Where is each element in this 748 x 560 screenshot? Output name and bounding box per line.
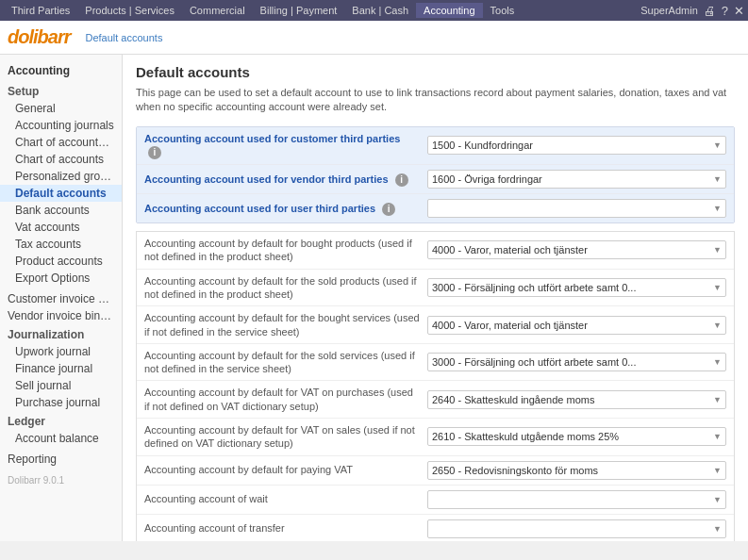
value-bought-products: 4000 - Varor, material och tjänster ▼ — [427, 240, 726, 259]
label-customer-third-parties: Accounting account used for customer thi… — [144, 132, 427, 159]
sidebar-item-accounting-journals[interactable]: Accounting journals — [0, 117, 122, 134]
select-bought-services-text: 4000 - Varor, material och tjänster — [432, 320, 588, 331]
select-user-account[interactable]: ▼ — [427, 199, 726, 218]
value-sold-services: 3000 - Försäljning och utfört arbete sam… — [427, 353, 726, 371]
help-icon[interactable]: ? — [722, 4, 728, 18]
sidebar-item-tax-accounts[interactable]: Tax accounts — [0, 236, 122, 253]
chevron-down-icon: ▼ — [713, 245, 722, 255]
nav-third-parties[interactable]: Third Parties — [4, 3, 77, 18]
form-row-sold-products: Accounting account by default for the so… — [137, 270, 734, 307]
form-row-user: Accounting account used for user third p… — [137, 194, 734, 222]
sidebar-item-chart-accounts[interactable]: Chart of accounts — [0, 151, 122, 168]
chevron-down-icon: ▼ — [713, 321, 722, 330]
sidebar-group-ledger: Ledger — [0, 413, 122, 430]
label-vendor-third-parties: Accounting account used for vendor third… — [144, 173, 427, 187]
value-transfer: ▼ — [427, 519, 726, 538]
main-content: Default accounts This page can be used t… — [123, 55, 748, 541]
breadcrumb-parent[interactable]: Default accounts — [85, 32, 162, 43]
top-navigation: Third Parties Products | Services Commer… — [0, 0, 748, 21]
value-sold-products: 3000 - Försäljning och utfört arbete sam… — [427, 278, 726, 297]
chevron-down-icon: ▼ — [713, 357, 722, 367]
label-vat-sales: Accounting account by default for VAT on… — [144, 423, 427, 451]
sidebar-group-journalization: Journalization — [0, 326, 122, 343]
form-row-bought-products: Accounting account by default for bought… — [137, 232, 734, 270]
label-bought-products: Accounting account by default for bought… — [144, 237, 427, 264]
chevron-down-icon: ▼ — [713, 204, 722, 213]
info-icon-vendor[interactable]: i — [395, 173, 408, 187]
select-customer-account[interactable]: 1500 - Kundfordringar ▼ — [427, 136, 726, 155]
nav-tools[interactable]: Tools — [483, 3, 523, 18]
sidebar-item-purchase-journal[interactable]: Purchase journal — [0, 394, 122, 411]
sidebar-item-upwork-journal[interactable]: Upwork journal — [0, 343, 122, 360]
print-icon[interactable]: 🖨 — [704, 4, 716, 18]
select-sold-products-text: 3000 - Försäljning och utfört arbete sam… — [432, 282, 636, 293]
select-vat-sales[interactable]: 2610 - Skatteskuld utgående moms 25% ▼ — [427, 427, 726, 446]
nav-products-services[interactable]: Products | Services — [77, 3, 182, 18]
select-sold-services[interactable]: 3000 - Försäljning och utfört arbete sam… — [427, 353, 726, 371]
form-row-transfer: Accounting account of transfer ▼ — [137, 515, 734, 541]
sidebar-item-reporting[interactable]: Reporting — [0, 451, 122, 468]
sidebar-item-general[interactable]: General — [0, 100, 122, 117]
info-icon-customer[interactable]: i — [148, 146, 161, 159]
sidebar-version: Dolibarr 9.0.1 — [0, 468, 122, 489]
sidebar-item-chart-models[interactable]: Chart of accounts models — [0, 134, 122, 151]
select-bought-products[interactable]: 4000 - Varor, material och tjänster ▼ — [427, 240, 726, 259]
nav-accounting[interactable]: Accounting — [416, 3, 482, 18]
sidebar-item-finance-journal[interactable]: Finance journal — [0, 360, 122, 377]
sidebar-section-title: Accounting — [0, 60, 122, 81]
select-wait[interactable]: ▼ — [427, 490, 726, 509]
select-vat-sales-text: 2610 - Skatteskuld utgående moms 25% — [432, 431, 619, 442]
chevron-down-icon: ▼ — [713, 395, 722, 404]
value-vat-purchases: 2640 - Skatteskuld ingående moms ▼ — [427, 390, 726, 409]
select-sold-products[interactable]: 3000 - Försäljning och utfört arbete sam… — [427, 278, 726, 297]
select-vendor-text: 1600 - Övriga fordringar — [432, 173, 542, 185]
select-vendor-account[interactable]: 1600 - Övriga fordringar ▼ — [427, 170, 726, 189]
select-paying-vat[interactable]: 2650 - Redovisningskonto för moms ▼ — [427, 461, 726, 480]
nav-items: Third Parties Products | Services Commer… — [4, 3, 522, 18]
sidebar-item-customer-invoice[interactable]: Customer invoice binding — [0, 290, 122, 307]
logo-bar: dolibarr Default accounts — [0, 21, 748, 55]
select-vat-purchases[interactable]: 2640 - Skatteskuld ingående moms ▼ — [427, 390, 726, 409]
label-vat-purchases: Accounting account by default for VAT on… — [144, 386, 427, 413]
sidebar-item-default-accounts[interactable]: Default accounts — [0, 185, 122, 202]
close-icon[interactable]: ✕ — [734, 4, 744, 18]
label-sold-services: Accounting account by default for the so… — [144, 349, 427, 376]
info-icon-user[interactable]: i — [382, 203, 395, 216]
value-customer-third-parties: 1500 - Kundfordringar ▼ — [427, 136, 726, 155]
value-user-third-parties: ▼ — [427, 199, 726, 218]
form-row-wait: Accounting account of wait ▼ — [137, 486, 734, 515]
chevron-down-icon: ▼ — [713, 466, 722, 475]
nav-commercial[interactable]: Commercial — [182, 3, 253, 18]
chevron-down-icon: ▼ — [713, 495, 722, 504]
label-paying-vat: Accounting account by default for paying… — [144, 463, 427, 476]
admin-username: SuperAdmin — [640, 5, 698, 16]
chevron-down-icon: ▼ — [713, 174, 722, 184]
select-transfer[interactable]: ▼ — [427, 519, 726, 538]
select-vat-purchases-text: 2640 - Skatteskuld ingående moms — [432, 394, 594, 405]
sidebar-item-export-options[interactable]: Export Options — [0, 270, 122, 287]
label-transfer: Accounting account of transfer — [144, 521, 427, 535]
chevron-down-icon: ▼ — [713, 283, 722, 292]
sidebar: Accounting Setup General Accounting jour… — [0, 55, 123, 541]
sidebar-item-personalized-groups[interactable]: Personalized groups — [0, 168, 122, 185]
sidebar-item-vendor-invoice[interactable]: Vendor invoice binding — [0, 307, 122, 324]
nav-bank-cash[interactable]: Bank | Cash — [344, 3, 416, 18]
page-description: This page can be used to set a default a… — [136, 86, 735, 115]
select-sold-services-text: 3000 - Försäljning och utfört arbete sam… — [432, 356, 636, 368]
form-row-paying-vat: Accounting account by default for paying… — [137, 456, 734, 486]
sidebar-item-vat-accounts[interactable]: Vat accounts — [0, 219, 122, 236]
top-right-area: SuperAdmin 🖨 ? ✕ — [640, 4, 744, 18]
page-title: Default accounts — [136, 64, 735, 80]
regular-section: Accounting account by default for bought… — [136, 231, 735, 541]
select-bought-services[interactable]: 4000 - Varor, material och tjänster ▼ — [427, 316, 726, 335]
form-row-vat-sales: Accounting account by default for VAT on… — [137, 419, 734, 456]
chevron-down-icon: ▼ — [713, 432, 722, 441]
sidebar-item-sell-journal[interactable]: Sell journal — [0, 377, 122, 394]
nav-billing-payment[interactable]: Billing | Payment — [253, 3, 345, 18]
highlighted-section: Accounting account used for customer thi… — [136, 126, 735, 223]
sidebar-item-product-accounts[interactable]: Product accounts — [0, 253, 122, 270]
form-row-vendor: Accounting account used for vendor third… — [137, 165, 734, 194]
sidebar-item-bank-accounts[interactable]: Bank accounts — [0, 202, 122, 219]
value-vendor-third-parties: 1600 - Övriga fordringar ▼ — [427, 170, 726, 189]
sidebar-item-account-balance[interactable]: Account balance — [0, 430, 122, 447]
